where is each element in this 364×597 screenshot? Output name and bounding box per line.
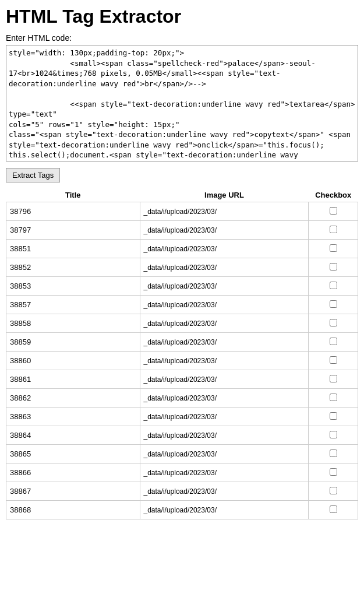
row-title: 38862 — [6, 389, 140, 408]
row-image-url: _data/i/upload/2023/03/ — [140, 445, 309, 463]
row-checkbox-cell — [309, 426, 358, 445]
table-row: 38797_data/i/upload/2023/03/ — [6, 221, 358, 240]
column-header-title: Title — [6, 188, 140, 202]
table-row: 38866_data/i/upload/2023/03/ — [6, 463, 358, 482]
row-image-url: _data/i/upload/2023/03/ — [140, 463, 309, 482]
row-checkbox[interactable] — [330, 412, 337, 420]
table-row: 38867_data/i/upload/2023/03/ — [6, 482, 358, 501]
row-checkbox[interactable] — [330, 468, 337, 476]
row-checkbox[interactable] — [330, 207, 337, 215]
row-checkbox-cell — [309, 482, 358, 501]
row-checkbox-cell — [309, 333, 358, 352]
column-header-image-url: Image URL — [140, 188, 309, 202]
table-row: 38862_data/i/upload/2023/03/ — [6, 389, 358, 408]
row-checkbox-cell — [309, 501, 358, 519]
row-image-url: _data/i/upload/2023/03/ — [140, 258, 309, 277]
row-checkbox-cell — [309, 370, 358, 389]
table-row: 38860_data/i/upload/2023/03/ — [6, 352, 358, 370]
html-label: Enter HTML code: — [6, 33, 358, 43]
table-row: 38857_data/i/upload/2023/03/ — [6, 296, 358, 314]
table-row: 38852_data/i/upload/2023/03/ — [6, 258, 358, 277]
table-row: 38859_data/i/upload/2023/03/ — [6, 333, 358, 352]
row-title: 38797 — [6, 221, 140, 240]
row-image-url: _data/i/upload/2023/03/ — [140, 240, 309, 258]
row-title: 38857 — [6, 296, 140, 314]
row-image-url: _data/i/upload/2023/03/ — [140, 314, 309, 333]
row-image-url: _data/i/upload/2023/03/ — [140, 482, 309, 501]
table-row: 38858_data/i/upload/2023/03/ — [6, 314, 358, 333]
row-title: 38863 — [6, 408, 140, 426]
row-title: 38867 — [6, 482, 140, 501]
row-checkbox[interactable] — [330, 226, 337, 233]
row-image-url: _data/i/upload/2023/03/ — [140, 426, 309, 445]
row-checkbox[interactable] — [330, 244, 337, 252]
row-checkbox[interactable] — [330, 505, 337, 513]
table-row: 38863_data/i/upload/2023/03/ — [6, 408, 358, 426]
row-title: 38868 — [6, 501, 140, 519]
row-title: 38852 — [6, 258, 140, 277]
row-checkbox[interactable] — [330, 394, 337, 401]
row-image-url: _data/i/upload/2023/03/ — [140, 352, 309, 370]
row-title: 38861 — [6, 370, 140, 389]
row-image-url: _data/i/upload/2023/03/ — [140, 501, 309, 519]
html-input-container: style="width: 130px;padding-top: 20px;">… — [6, 45, 358, 163]
row-checkbox-cell — [309, 277, 358, 296]
row-checkbox[interactable] — [330, 263, 337, 271]
row-checkbox[interactable] — [330, 431, 337, 438]
row-image-url: _data/i/upload/2023/03/ — [140, 408, 309, 426]
row-image-url: _data/i/upload/2023/03/ — [140, 370, 309, 389]
row-checkbox[interactable] — [330, 375, 337, 382]
row-checkbox-cell — [309, 352, 358, 370]
row-checkbox-cell — [309, 296, 358, 314]
row-image-url: _data/i/upload/2023/03/ — [140, 202, 309, 221]
row-checkbox-cell — [309, 314, 358, 333]
row-checkbox-cell — [309, 408, 358, 426]
row-title: 38796 — [6, 202, 140, 221]
row-checkbox-cell — [309, 389, 358, 408]
table-row: 38868_data/i/upload/2023/03/ — [6, 501, 358, 519]
table-row: 38864_data/i/upload/2023/03/ — [6, 426, 358, 445]
row-image-url: _data/i/upload/2023/03/ — [140, 333, 309, 352]
row-checkbox-cell — [309, 240, 358, 258]
row-image-url: _data/i/upload/2023/03/ — [140, 389, 309, 408]
html-input[interactable]: style="width: 130px;padding-top: 20px;">… — [6, 45, 358, 161]
table-row: 38853_data/i/upload/2023/03/ — [6, 277, 358, 296]
row-checkbox[interactable] — [330, 338, 337, 345]
row-image-url: _data/i/upload/2023/03/ — [140, 277, 309, 296]
row-checkbox-cell — [309, 445, 358, 463]
row-checkbox[interactable] — [330, 319, 337, 326]
row-title: 38866 — [6, 463, 140, 482]
table-row: 38796_data/i/upload/2023/03/ — [6, 202, 358, 221]
row-checkbox[interactable] — [330, 487, 337, 494]
row-checkbox[interactable] — [330, 300, 337, 308]
row-checkbox[interactable] — [330, 282, 337, 289]
page-title: HTML Tag Extractor — [6, 6, 358, 27]
row-checkbox-cell — [309, 221, 358, 240]
row-checkbox[interactable] — [330, 449, 337, 457]
column-header-checkbox: Checkbox — [309, 188, 358, 202]
row-title: 38859 — [6, 333, 140, 352]
table-row: 38861_data/i/upload/2023/03/ — [6, 370, 358, 389]
row-image-url: _data/i/upload/2023/03/ — [140, 296, 309, 314]
row-checkbox-cell — [309, 202, 358, 221]
row-title: 38865 — [6, 445, 140, 463]
table-row: 38851_data/i/upload/2023/03/ — [6, 240, 358, 258]
row-title: 38860 — [6, 352, 140, 370]
row-checkbox-cell — [309, 463, 358, 482]
table-row: 38865_data/i/upload/2023/03/ — [6, 445, 358, 463]
row-title: 38851 — [6, 240, 140, 258]
row-checkbox-cell — [309, 258, 358, 277]
row-title: 38853 — [6, 277, 140, 296]
results-table: Title Image URL Checkbox 38796_data/i/up… — [6, 188, 358, 519]
row-image-url: _data/i/upload/2023/03/ — [140, 221, 309, 240]
row-title: 38864 — [6, 426, 140, 445]
row-title: 38858 — [6, 314, 140, 333]
row-checkbox[interactable] — [330, 356, 337, 364]
extract-tags-button[interactable]: Extract Tags — [6, 168, 60, 182]
